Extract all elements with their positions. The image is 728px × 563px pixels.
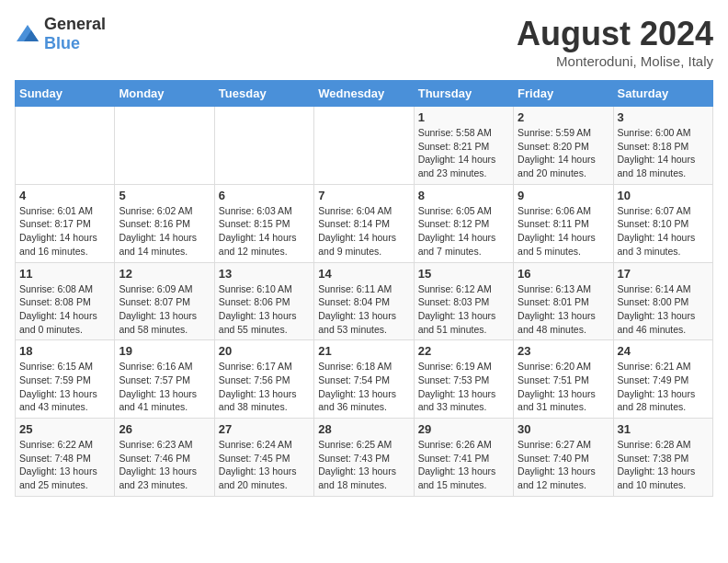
calendar-cell: 4Sunrise: 6:01 AM Sunset: 8:17 PM Daylig… — [16, 184, 115, 262]
day-number: 9 — [518, 189, 609, 202]
day-info: Sunrise: 6:19 AM Sunset: 7:53 PM Dayligh… — [418, 360, 509, 414]
day-number: 20 — [219, 344, 310, 358]
day-info: Sunrise: 6:08 AM Sunset: 8:08 PM Dayligh… — [19, 282, 110, 337]
calendar-cell: 25Sunrise: 6:22 AM Sunset: 7:48 PM Dayli… — [16, 419, 115, 497]
calendar-cell: 21Sunrise: 6:18 AM Sunset: 7:54 PM Dayli… — [314, 340, 414, 419]
day-info: Sunrise: 6:21 AM Sunset: 7:49 PM Dayligh… — [618, 360, 709, 414]
calendar-cell: 19Sunrise: 6:16 AM Sunset: 7:57 PM Dayli… — [115, 340, 214, 419]
location-subtitle: Monteroduni, Molise, Italy — [517, 53, 713, 69]
calendar-week-5: 25Sunrise: 6:22 AM Sunset: 7:48 PM Dayli… — [16, 419, 713, 497]
day-info: Sunrise: 6:26 AM Sunset: 7:41 PM Dayligh… — [418, 438, 509, 492]
calendar-cell — [314, 107, 414, 185]
day-info: Sunrise: 6:01 AM Sunset: 8:17 PM Dayligh… — [19, 204, 110, 259]
day-number: 17 — [618, 267, 709, 281]
calendar-cell: 8Sunrise: 6:05 AM Sunset: 8:12 PM Daylig… — [414, 184, 513, 262]
calendar-cell: 20Sunrise: 6:17 AM Sunset: 7:56 PM Dayli… — [214, 340, 313, 419]
calendar-cell: 13Sunrise: 6:10 AM Sunset: 8:06 PM Dayli… — [214, 262, 313, 340]
day-number: 27 — [219, 422, 310, 436]
calendar-cell: 5Sunrise: 6:02 AM Sunset: 8:16 PM Daylig… — [115, 184, 214, 262]
day-number: 8 — [418, 189, 509, 202]
day-info: Sunrise: 6:27 AM Sunset: 7:40 PM Dayligh… — [518, 438, 609, 492]
day-info: Sunrise: 6:13 AM Sunset: 8:01 PM Dayligh… — [518, 282, 609, 337]
day-info: Sunrise: 6:17 AM Sunset: 7:56 PM Dayligh… — [219, 360, 310, 414]
day-number: 1 — [418, 110, 509, 124]
calendar-cell: 9Sunrise: 6:06 AM Sunset: 8:11 PM Daylig… — [514, 184, 613, 262]
calendar-cell — [214, 107, 313, 185]
title-area: August 2024 Monteroduni, Molise, Italy — [517, 15, 713, 69]
day-header-thursday: Thursday — [414, 81, 513, 107]
calendar-cell: 23Sunrise: 6:20 AM Sunset: 7:51 PM Dayli… — [514, 340, 613, 419]
calendar-cell: 18Sunrise: 6:15 AM Sunset: 7:59 PM Dayli… — [16, 340, 115, 419]
calendar-cell: 3Sunrise: 6:00 AM Sunset: 8:18 PM Daylig… — [613, 107, 712, 185]
calendar-cell: 7Sunrise: 6:04 AM Sunset: 8:14 PM Daylig… — [314, 184, 414, 262]
calendar-cell — [115, 107, 214, 185]
calendar-cell: 15Sunrise: 6:12 AM Sunset: 8:03 PM Dayli… — [414, 262, 513, 340]
day-number: 2 — [518, 110, 609, 124]
day-info: Sunrise: 6:24 AM Sunset: 7:45 PM Dayligh… — [219, 438, 310, 492]
day-number: 3 — [618, 110, 709, 124]
day-info: Sunrise: 5:58 AM Sunset: 8:21 PM Dayligh… — [418, 126, 509, 180]
calendar-cell: 6Sunrise: 6:03 AM Sunset: 8:15 PM Daylig… — [214, 184, 313, 262]
day-number: 29 — [418, 422, 509, 436]
day-number: 12 — [119, 267, 210, 281]
calendar-cell: 14Sunrise: 6:11 AM Sunset: 8:04 PM Dayli… — [314, 262, 414, 340]
calendar-cell: 11Sunrise: 6:08 AM Sunset: 8:08 PM Dayli… — [16, 262, 115, 340]
calendar-cell: 28Sunrise: 6:25 AM Sunset: 7:43 PM Dayli… — [314, 419, 414, 497]
calendar-cell: 10Sunrise: 6:07 AM Sunset: 8:10 PM Dayli… — [613, 184, 712, 262]
day-number: 11 — [19, 267, 110, 281]
day-info: Sunrise: 6:11 AM Sunset: 8:04 PM Dayligh… — [318, 282, 409, 337]
day-info: Sunrise: 6:04 AM Sunset: 8:14 PM Dayligh… — [318, 204, 409, 259]
day-info: Sunrise: 6:14 AM Sunset: 8:00 PM Dayligh… — [618, 282, 709, 337]
day-number: 13 — [219, 267, 310, 281]
day-info: Sunrise: 6:12 AM Sunset: 8:03 PM Dayligh… — [418, 282, 509, 337]
logo-blue: Blue — [44, 34, 80, 52]
day-info: Sunrise: 6:02 AM Sunset: 8:16 PM Dayligh… — [119, 204, 210, 259]
day-info: Sunrise: 6:16 AM Sunset: 7:57 PM Dayligh… — [119, 360, 210, 414]
day-number: 26 — [119, 422, 210, 436]
day-info: Sunrise: 5:59 AM Sunset: 8:20 PM Dayligh… — [518, 126, 609, 180]
calendar-week-4: 18Sunrise: 6:15 AM Sunset: 7:59 PM Dayli… — [16, 340, 713, 419]
day-header-friday: Friday — [514, 81, 613, 107]
day-info: Sunrise: 6:28 AM Sunset: 7:38 PM Dayligh… — [618, 438, 709, 492]
calendar-cell: 31Sunrise: 6:28 AM Sunset: 7:38 PM Dayli… — [613, 419, 712, 497]
day-info: Sunrise: 6:03 AM Sunset: 8:15 PM Dayligh… — [219, 204, 310, 259]
calendar-cell — [16, 107, 115, 185]
day-info: Sunrise: 6:09 AM Sunset: 8:07 PM Dayligh… — [119, 282, 210, 337]
day-number: 19 — [119, 344, 210, 358]
day-number: 6 — [219, 189, 310, 202]
calendar-cell: 26Sunrise: 6:23 AM Sunset: 7:46 PM Dayli… — [115, 419, 214, 497]
day-header-monday: Monday — [115, 81, 214, 107]
calendar-cell: 1Sunrise: 5:58 AM Sunset: 8:21 PM Daylig… — [414, 107, 513, 185]
header: General Blue August 2024 Monteroduni, Mo… — [15, 15, 713, 69]
day-info: Sunrise: 6:10 AM Sunset: 8:06 PM Dayligh… — [219, 282, 310, 337]
day-number: 15 — [418, 267, 509, 281]
day-number: 22 — [418, 344, 509, 358]
day-info: Sunrise: 6:23 AM Sunset: 7:46 PM Dayligh… — [119, 438, 210, 492]
day-header-row: SundayMondayTuesdayWednesdayThursdayFrid… — [16, 81, 713, 107]
calendar-cell: 24Sunrise: 6:21 AM Sunset: 7:49 PM Dayli… — [613, 340, 712, 419]
calendar-week-2: 4Sunrise: 6:01 AM Sunset: 8:17 PM Daylig… — [16, 184, 713, 262]
day-number: 4 — [19, 189, 110, 202]
calendar-cell: 2Sunrise: 5:59 AM Sunset: 8:20 PM Daylig… — [514, 107, 613, 185]
day-number: 14 — [318, 267, 409, 281]
calendar-cell: 22Sunrise: 6:19 AM Sunset: 7:53 PM Dayli… — [414, 340, 513, 419]
day-info: Sunrise: 6:05 AM Sunset: 8:12 PM Dayligh… — [418, 204, 509, 259]
day-header-sunday: Sunday — [16, 81, 115, 107]
day-info: Sunrise: 6:22 AM Sunset: 7:48 PM Dayligh… — [19, 438, 110, 492]
month-title: August 2024 — [517, 15, 713, 53]
calendar-cell: 30Sunrise: 6:27 AM Sunset: 7:40 PM Dayli… — [514, 419, 613, 497]
day-header-tuesday: Tuesday — [214, 81, 313, 107]
day-number: 31 — [618, 422, 709, 436]
day-number: 16 — [518, 267, 609, 281]
calendar-cell: 17Sunrise: 6:14 AM Sunset: 8:00 PM Dayli… — [613, 262, 712, 340]
calendar-cell: 12Sunrise: 6:09 AM Sunset: 8:07 PM Dayli… — [115, 262, 214, 340]
day-info: Sunrise: 6:18 AM Sunset: 7:54 PM Dayligh… — [318, 360, 409, 414]
calendar-cell: 27Sunrise: 6:24 AM Sunset: 7:45 PM Dayli… — [214, 419, 313, 497]
calendar-week-3: 11Sunrise: 6:08 AM Sunset: 8:08 PM Dayli… — [16, 262, 713, 340]
day-number: 18 — [19, 344, 110, 358]
day-info: Sunrise: 6:06 AM Sunset: 8:11 PM Dayligh… — [518, 204, 609, 259]
day-info: Sunrise: 6:20 AM Sunset: 7:51 PM Dayligh… — [518, 360, 609, 414]
day-info: Sunrise: 6:00 AM Sunset: 8:18 PM Dayligh… — [618, 126, 709, 180]
calendar-table: SundayMondayTuesdayWednesdayThursdayFrid… — [15, 80, 713, 497]
logo-general: General — [44, 15, 106, 33]
